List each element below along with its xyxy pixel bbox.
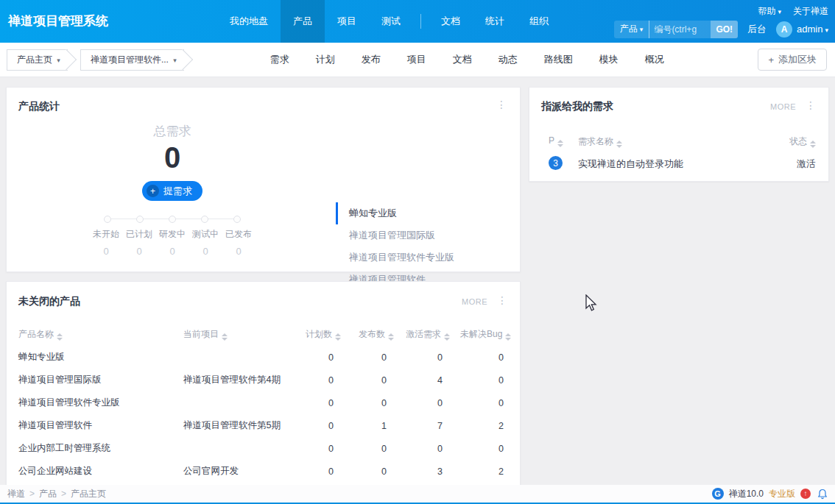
column-unresolved-bugs[interactable]: 未解决Bug [460,322,521,346]
plus-icon: + [768,54,774,65]
add-block-button[interactable]: + 添加区块 [758,49,827,71]
footer-breadcrumb: 禅道 > 产品 > 产品主页 [7,488,106,500]
more-link[interactable]: MORE [462,297,487,306]
kebab-menu-icon[interactable]: ⋮ [497,295,507,305]
search-scope-dropdown[interactable]: 产品▾ [614,21,649,38]
card-title: 指派给我的需求 [541,100,613,113]
product-list-item[interactable]: 禅道项目管理国际版 [336,224,512,246]
column-plans[interactable]: 计划数 [300,322,351,346]
search-input[interactable] [649,21,711,38]
stage-dot [169,216,176,223]
avatar[interactable]: A [776,21,792,38]
table-header-row: 产品名称 当前项目 计划数 发布数 激活需求 未解决Bug [7,322,521,346]
open-products-card: 未关闭的产品 MORE ⋮ 产品名称 当前项目 计划数 发布数 激活需求 未解决… [6,281,521,486]
backend-link[interactable]: 后台 [747,23,767,36]
sort-icon [810,141,816,148]
tab-roadmap[interactable]: 路线图 [544,53,573,66]
sort-icon [505,333,511,341]
about-link[interactable]: 关于禅道 [793,5,828,18]
table-row: 公司企业网站建设 公司官网开发 0 0 3 2 [7,460,521,483]
tab-module[interactable]: 模块 [599,53,619,66]
breadcrumb-separator: > [61,489,66,499]
total-stories-value: 0 [7,141,338,174]
footer-crumb-product[interactable]: 产品 [39,488,57,500]
table-row: 企业内部工时管理系统 0 0 0 0 [7,437,521,460]
nav-test[interactable]: 测试 [369,0,413,43]
nav-product[interactable]: 产品 [281,0,325,43]
column-current-project[interactable]: 当前项目 [172,322,300,346]
upgrade-icon[interactable]: ↑ [800,489,811,499]
nav-divider [420,14,421,29]
help-menu[interactable]: 帮助▾ [758,5,781,18]
card-title: 产品统计 [18,100,60,113]
edition-link[interactable]: 专业版 [769,488,795,500]
sort-icon [335,333,341,341]
stage-dot [136,216,144,223]
product-link[interactable]: 禅道项目管理软件 [7,414,172,437]
caret-down-icon: ▾ [173,57,177,64]
table-row: 禅道项目管理软件 禅道项目管理软件第5期 0 1 7 2 [7,414,521,437]
tab-doc[interactable]: 文档 [453,53,472,66]
total-stories-label: 总需求 [7,123,338,140]
tab-release[interactable]: 发布 [362,53,381,66]
nav-project[interactable]: 项目 [325,0,369,43]
tab-dynamic[interactable]: 动态 [498,53,518,66]
project-link[interactable]: 公司官网开发 [172,460,300,483]
nav-stats[interactable]: 统计 [473,0,517,43]
nav-doc[interactable]: 文档 [429,0,473,43]
product-list-item[interactable]: 蝉知专业版 [336,202,512,224]
project-link[interactable] [172,437,300,460]
quick-search: 产品▾ GO! [614,21,738,38]
product-list-item[interactable]: 禅道项目管理软件专业版 [336,246,512,269]
kebab-menu-icon[interactable]: ⋮ [806,100,816,110]
column-story-name[interactable]: 需求名称 [578,135,622,148]
project-link[interactable] [172,346,300,369]
app-header: 禅道项目管理系统 我的地盘 产品 项目 测试 文档 统计 组织 帮助▾ 关于禅道… [0,0,835,43]
table-row: 蝉知专业版 0 0 0 0 [7,346,521,369]
kebab-menu-icon[interactable]: ⋮ [496,99,507,110]
card-title: 未关闭的产品 [18,295,80,308]
nav-org[interactable]: 组织 [517,0,561,43]
project-link[interactable]: 禅道项目管理软件第5期 [172,414,300,437]
product-link[interactable]: 禅道项目管理国际版 [7,369,172,391]
bell-icon[interactable] [817,489,828,500]
sort-icon [388,333,394,341]
add-story-button[interactable]: + 提需求 [142,181,202,201]
plus-icon: + [147,185,159,197]
version-text: 禅道10.0 [729,488,764,500]
product-link[interactable]: 公司企业网站建设 [7,460,172,483]
column-active-stories[interactable]: 激活需求 [404,322,460,346]
column-priority[interactable]: P [549,135,563,147]
footer-crumb-product-home[interactable]: 产品主页 [71,488,106,500]
product-menu-tabs: 需求 计划 发布 项目 文档 动态 路线图 模块 概况 [270,53,664,66]
tab-view[interactable]: 概况 [645,53,664,66]
product-link[interactable]: 禅道项目管理软件专业版 [7,391,172,414]
tab-plan[interactable]: 计划 [316,53,335,66]
breadcrumb: 产品主页 ▾ 禅道项目管理软件... ▾ [7,49,197,71]
crumb-product-home[interactable]: 产品主页 ▾ [7,49,68,71]
caret-down-icon: ▾ [57,57,60,64]
tab-project[interactable]: 项目 [407,53,426,66]
project-link[interactable]: 禅道项目管理软件第4期 [172,369,300,391]
go-button[interactable]: GO! [711,21,738,38]
product-stats-card: 产品统计 ⋮ 总需求 0 + 提需求 未开始 已计划 研发 [6,87,521,272]
user-menu[interactable]: admin▾ [797,24,828,35]
column-status[interactable]: 状态 [789,135,816,148]
column-product-name[interactable]: 产品名称 [7,322,172,346]
footer-crumb-home[interactable]: 禅道 [7,488,25,500]
project-link[interactable] [172,391,300,414]
tab-story[interactable]: 需求 [270,53,289,66]
mouse-cursor [585,294,599,313]
nav-my[interactable]: 我的地盘 [217,0,281,43]
stage-values: 0 0 0 0 0 [7,246,338,257]
crumb-current-product[interactable]: 禅道项目管理软件... ▾ [80,49,184,71]
app-title: 禅道项目管理系统 [0,0,108,43]
story-link[interactable]: 实现禅道的自动登录功能 [578,157,683,171]
stage-dot [201,216,208,223]
more-link[interactable]: MORE [770,102,796,111]
column-releases[interactable]: 发布数 [351,322,404,346]
product-link[interactable]: 蝉知专业版 [7,346,172,369]
product-link[interactable]: 企业内部工时管理系统 [7,437,172,460]
story-row: 3 实现禅道的自动登录功能 激活 [529,155,828,176]
caret-down-icon: ▾ [778,8,781,15]
